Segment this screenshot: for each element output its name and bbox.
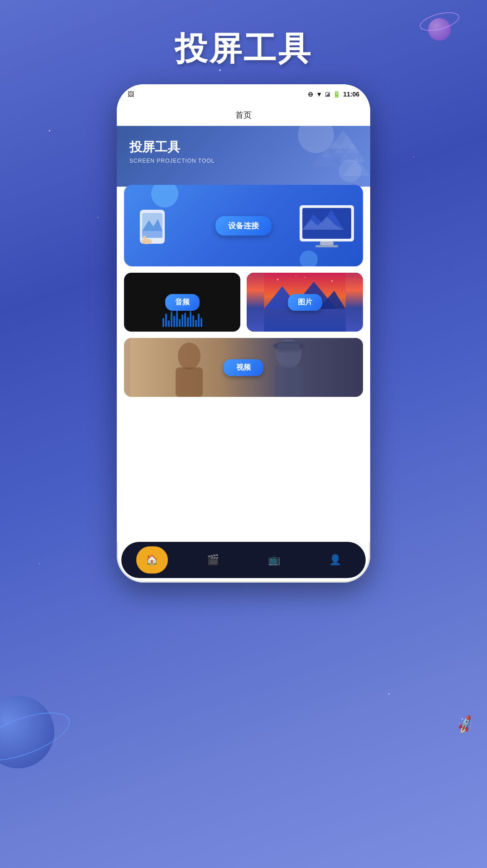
bg-planet — [0, 696, 54, 768]
audio-bar — [187, 317, 189, 327]
device-connect-card[interactable]: 设备连接 — [124, 185, 363, 266]
wifi-icon: ▼ — [316, 91, 322, 98]
audio-bar — [173, 316, 175, 327]
audio-bar — [168, 320, 170, 327]
header-banner: 投屏工具 SCREEN PROJECTION TOOL — [117, 126, 370, 187]
svg-rect-17 — [315, 245, 338, 247]
star — [39, 563, 40, 564]
clock: 11:06 — [343, 91, 359, 98]
signal-icon: ◪ — [325, 91, 330, 97]
svg-point-10 — [141, 239, 152, 244]
audio-bar — [171, 311, 172, 327]
white-card: 设备连接 — [117, 176, 370, 542]
svg-rect-29 — [176, 367, 203, 397]
star — [49, 130, 50, 131]
tab-home[interactable]: 🏠 — [136, 546, 168, 574]
dc-circle-2 — [300, 251, 318, 266]
video-label[interactable]: 视频 — [224, 359, 263, 376]
svg-point-28 — [178, 342, 201, 370]
battery-icon: 🔋 — [333, 91, 340, 98]
svg-rect-22 — [264, 309, 346, 332]
home-icon: 🏠 — [146, 554, 158, 566]
video-card[interactable]: 视频 — [124, 338, 363, 397]
star — [97, 217, 98, 218]
svg-rect-11 — [143, 236, 146, 244]
image-card[interactable]: 图片 — [247, 273, 363, 332]
audio-bar — [201, 318, 202, 327]
nav-bar: 首页 — [117, 104, 370, 126]
main-content: 投屏工具 SCREEN PROJECTION TOOL — [117, 126, 370, 542]
status-right: ⊖ ▼ ◪ 🔋 11:06 — [308, 91, 359, 98]
svg-point-23 — [277, 279, 278, 280]
svg-rect-16 — [320, 241, 334, 245]
svg-point-24 — [305, 277, 306, 278]
bg-small-orbit — [418, 9, 461, 34]
phone-body: 🖼 ⊖ ▼ ◪ 🔋 11:06 首页 — [117, 84, 370, 583]
audio-bars — [124, 309, 240, 327]
bg-orbit — [0, 703, 76, 771]
svg-point-25 — [331, 280, 333, 282]
image-label[interactable]: 图片 — [288, 294, 322, 311]
cast-icon: 📺 — [268, 554, 280, 566]
app-title: 投屏工具 — [175, 27, 312, 71]
audio-bar — [192, 315, 194, 327]
notification-icon: 🖼 — [128, 91, 134, 98]
tv-icon — [295, 201, 358, 251]
rocket-decoration: 🚀 — [454, 714, 476, 735]
audio-bar — [190, 311, 191, 327]
audio-bar — [184, 313, 186, 327]
phone-mockup: 🖼 ⊖ ▼ ◪ 🔋 11:06 首页 — [117, 84, 370, 583]
phone-icon — [129, 203, 183, 248]
media-card-row: 音频 — [124, 273, 363, 332]
nav-title: 首页 — [235, 110, 252, 121]
film-icon: 🎬 — [207, 554, 219, 566]
audio-bar — [195, 320, 197, 327]
audio-bar — [165, 313, 167, 327]
user-icon: 👤 — [329, 554, 341, 566]
banner-triangles — [280, 126, 370, 180]
audio-label[interactable]: 音频 — [165, 294, 200, 311]
device-connect-label[interactable]: 设备连接 — [215, 216, 272, 236]
status-left: 🖼 — [128, 91, 134, 98]
tab-cast[interactable]: 📺 — [258, 546, 290, 574]
minus-icon: ⊖ — [308, 91, 313, 98]
status-bar: 🖼 ⊖ ▼ ◪ 🔋 11:06 — [117, 84, 370, 104]
svg-rect-31 — [274, 366, 303, 397]
tab-profile[interactable]: 👤 — [320, 546, 351, 574]
svg-point-26 — [296, 276, 296, 277]
tab-bar: 🏠 🎬 📺 👤 — [121, 542, 366, 578]
star — [388, 693, 390, 694]
audio-bar — [162, 318, 164, 327]
audio-bar — [198, 313, 200, 327]
audio-bar — [176, 310, 178, 327]
bg-small-planet — [428, 18, 451, 41]
tab-media[interactable]: 🎬 — [197, 546, 229, 574]
audio-bar — [179, 319, 181, 327]
star — [413, 156, 414, 157]
audio-card[interactable]: 音频 — [124, 273, 240, 332]
audio-bar — [181, 314, 183, 327]
svg-rect-33 — [277, 343, 300, 352]
